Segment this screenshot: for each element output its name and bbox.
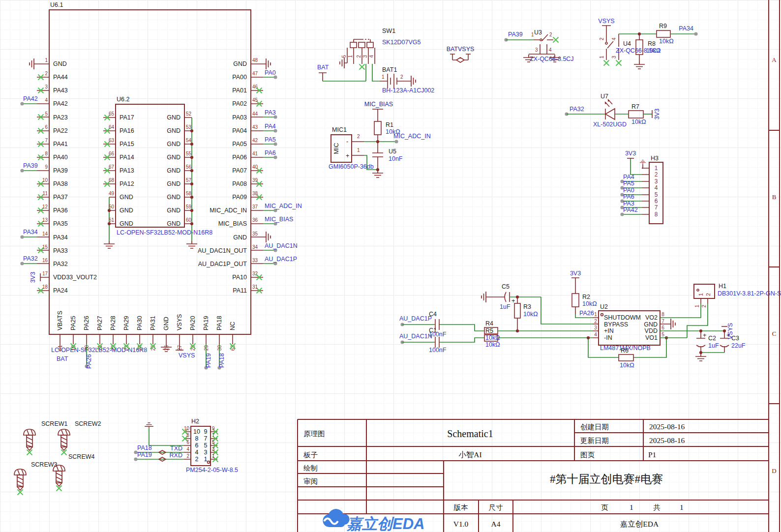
component-u5-cap[interactable]: MIC_ADC_IN U5 10nF xyxy=(364,133,431,177)
component-u7-led[interactable]: PA32 U7 XL-502UGD xyxy=(565,93,629,128)
power-flag-vsys[interactable]: VSYS xyxy=(179,352,195,359)
pin-number: 2 xyxy=(594,319,597,324)
net-label[interactable]: PA42 xyxy=(623,207,638,213)
pin-number: 44 xyxy=(252,111,258,117)
pin-number: 1 xyxy=(698,293,704,296)
component-u6.1[interactable]: U6.1 LC-OPEN-SF32LB52-MOD-N16R8 VBATS PA… xyxy=(20,1,301,370)
net-label[interactable]: AU_DAC1N xyxy=(265,242,298,249)
frame-zone-letter: A xyxy=(772,56,777,63)
value: 1uF xyxy=(708,342,719,349)
component-sw1[interactable]: SW1 SK12D07VG5 5 1 2 3 4 BAT xyxy=(317,28,421,81)
component-r2[interactable]: 3V3 R2 10kΩ PA26 xyxy=(570,270,597,318)
pin-number: 7 xyxy=(655,204,658,211)
net-label[interactable]: BAT xyxy=(317,64,329,71)
pin-number: 64 xyxy=(109,124,115,130)
field-label: 共 xyxy=(653,503,661,511)
pin-name: PA10 xyxy=(232,274,247,281)
net-label[interactable]: MIC_ADC_IN xyxy=(393,133,431,140)
part-number: PM254-2-05-W-8.5 xyxy=(186,467,238,473)
pin-number: 55 xyxy=(186,151,192,156)
pin-name: GND xyxy=(167,167,180,174)
net-label[interactable]: PA4 xyxy=(265,123,276,130)
component-bat1[interactable]: BAT1 BH-123A-A1CJ002 1 2 xyxy=(380,66,434,94)
net-label[interactable]: TXD xyxy=(170,445,182,452)
audio-input-network[interactable]: AU_DAC1P C4 100nF AU_DAC1N C1 100nF R4 R… xyxy=(399,311,593,354)
component-h1[interactable]: H1 DB301V-3.81-2P-GN-S 1 2 1 2 xyxy=(660,283,781,338)
value: 10kΩ xyxy=(582,300,597,307)
net-label[interactable]: PA5 xyxy=(265,136,276,143)
mounting-screws[interactable]: SCREW1 SCREW2 SCREW3 SCREW4 xyxy=(14,420,101,495)
value: 10kΩ xyxy=(620,362,634,369)
power-flag-3v3[interactable]: 3V3 xyxy=(30,272,36,283)
component-u6.2[interactable]: U6.2 LC-OPEN-SF32LB52-MOD-N16R8 PA17PA16… xyxy=(103,96,212,248)
pin-name: GND xyxy=(120,220,133,227)
component-r9[interactable]: R9 10kΩ PA34 xyxy=(657,23,698,45)
pin-number: 2 xyxy=(400,74,403,80)
net-label[interactable]: PA0 xyxy=(265,69,276,76)
svg-text:61: 61 xyxy=(58,345,63,351)
pin-name: BYPASS xyxy=(604,321,628,328)
net-label[interactable]: PA3 xyxy=(265,109,276,116)
net-label[interactable]: PA3 xyxy=(623,200,634,207)
pin-number: 5 xyxy=(212,440,215,445)
net-label[interactable]: PA5 xyxy=(623,180,634,187)
net-label[interactable]: PA26 xyxy=(579,310,594,317)
net-label[interactable]: PA19 xyxy=(205,353,212,368)
schematic-canvas[interactable]: U6.1 LC-OPEN-SF32LB52-MOD-N16R8 VBATS PA… xyxy=(0,0,781,532)
net-label[interactable]: PA39 xyxy=(508,31,523,38)
power-flag-micbias[interactable]: MIC_BIAS xyxy=(364,101,393,108)
component-h3[interactable]: H3 3V3 12345678PA4PA5PA0PA6PA3PA42 xyxy=(620,150,663,224)
net-label[interactable]: PA34 xyxy=(679,25,693,32)
net-label[interactable]: PA4 xyxy=(623,174,634,180)
net-label[interactable]: PA32 xyxy=(23,255,38,262)
ref-designator: H1 xyxy=(719,283,726,290)
component-r7[interactable]: R7 10kΩ 3V3 xyxy=(629,103,661,125)
power-flag-vsys[interactable]: VSYS xyxy=(727,323,734,339)
pin-number: 8 xyxy=(661,312,664,317)
net-label[interactable]: MIC_ADC_IN xyxy=(265,203,302,209)
pin-name: PA38 xyxy=(53,180,68,187)
net-port-batvsys[interactable]: BATVSYS xyxy=(447,46,475,62)
net-label[interactable]: PA6 xyxy=(265,149,276,156)
component-u2[interactable]: U2 LM4871MX/NOPB SHUTDOWMBYPASS+IN-INVO2… xyxy=(593,303,675,352)
component-c5-r3[interactable]: C5 1uF + R3 10kΩ xyxy=(481,283,593,332)
net-label[interactable]: MIC_BIAS xyxy=(265,216,293,223)
net-label[interactable]: AU_DAC1P xyxy=(265,256,297,263)
net-label[interactable]: PA26 xyxy=(86,354,92,369)
net-label[interactable]: PA18 xyxy=(137,444,152,451)
net-label[interactable]: BAT xyxy=(57,355,68,362)
pin-number: 2 xyxy=(186,453,189,459)
pin-number: 7 xyxy=(45,138,48,143)
logo-text: 嘉立创EDA xyxy=(347,515,424,532)
net-label[interactable]: PA42 xyxy=(23,95,38,102)
pin-number: 4 xyxy=(594,332,597,337)
net-label[interactable]: PA34 xyxy=(23,229,38,236)
pin-name: GND xyxy=(167,207,180,214)
pin-name: GND xyxy=(233,234,247,241)
pin-name: PA42 xyxy=(53,100,68,107)
frame-zone-letter: B xyxy=(772,193,777,201)
power-flag-3v3[interactable]: 3V3 xyxy=(570,270,581,277)
net-label[interactable]: AU_DAC1P xyxy=(399,315,432,322)
component-c2-c3[interactable]: + + C2 1uF C3 22uF VSYS xyxy=(660,323,746,361)
net-label[interactable]: AU_DAC1N xyxy=(399,333,432,340)
power-flag-vsys[interactable]: VSYS xyxy=(598,18,614,25)
pin-number: 5 xyxy=(655,191,658,198)
net-label[interactable]: PA18 xyxy=(218,353,225,368)
net-label[interactable]: PA39 xyxy=(23,162,38,169)
power-flag-3v3[interactable]: 3V3 xyxy=(625,150,636,157)
pin-number: 40 xyxy=(252,164,258,170)
net-label[interactable]: PA0 xyxy=(623,187,634,194)
net-label[interactable]: PA19 xyxy=(137,451,152,458)
field-label: 更新日期 xyxy=(580,437,609,444)
component-h2[interactable]: H2 PM254-2-05-W-8.5 PA18 PA19 TXD RXD 10… xyxy=(134,418,238,473)
component-u3[interactable]: U3 ZX-QC66-8.5CJ PA39 1 2 3 4 xyxy=(504,29,573,62)
ref-designator: C1 xyxy=(429,327,437,334)
power-flag-3v3[interactable]: 3V3 xyxy=(654,109,661,119)
pin-name: PA13 xyxy=(120,167,134,174)
net-label[interactable]: PA32 xyxy=(570,106,584,113)
net-label[interactable]: PA6 xyxy=(623,193,634,200)
page-number: 1 xyxy=(630,503,633,511)
pin-number: 59 xyxy=(186,204,192,209)
net-label[interactable]: RXD xyxy=(170,452,182,459)
